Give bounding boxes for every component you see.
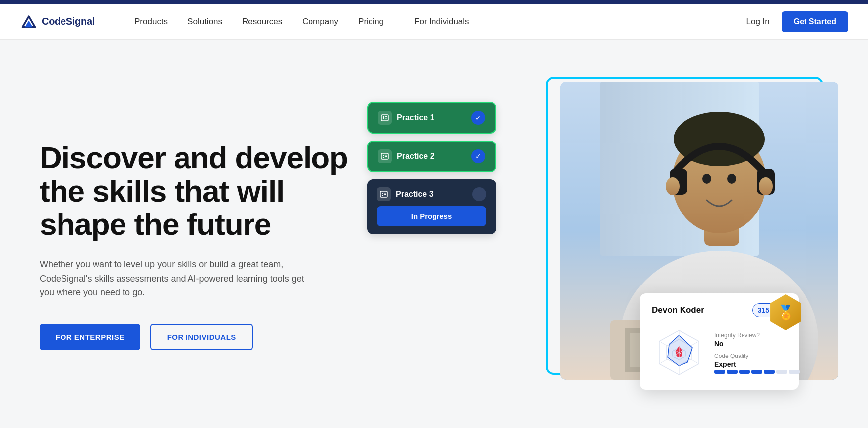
practice-3-label: Practice 3 (396, 190, 434, 199)
svg-rect-30 (382, 193, 383, 194)
svg-point-11 (727, 174, 736, 184)
code-quality-value: Expert (714, 360, 800, 368)
svg-rect-29 (380, 191, 387, 197)
practice-card-3: Practice 3 In Progress (367, 179, 496, 234)
nav-pricing[interactable]: Pricing (348, 4, 394, 40)
nav-company[interactable]: Company (292, 4, 348, 40)
svg-rect-26 (383, 157, 384, 158)
integrity-label: Integrity Review? (714, 332, 800, 339)
score-card-header: Devon Koder 315 (652, 303, 787, 317)
hero-section: Discover and develop the skills that wil… (0, 40, 868, 428)
practice-cards: Practice 1 ✓ Practi (367, 102, 496, 234)
code-quality-detail: Code Quality Expert (714, 353, 800, 374)
navbar: CodeSignal Products Solutions Resources … (0, 4, 868, 40)
svg-rect-32 (384, 193, 386, 194)
svg-point-13 (759, 177, 773, 195)
code-quality-label: Code Quality (714, 353, 800, 359)
practice-1-icon (378, 111, 392, 125)
practice-card-1: Practice 1 ✓ (367, 102, 496, 134)
bar-2 (727, 370, 738, 374)
nav-resources[interactable]: Resources (232, 4, 292, 40)
practice-1-label: Practice 1 (397, 113, 434, 122)
hero-subtitle: Whether you want to level up your skills… (40, 257, 317, 300)
nav-links: Products Solutions Resources Company Pri… (124, 4, 736, 40)
for-enterprise-button[interactable]: FOR ENTERPRISE (40, 324, 140, 350)
svg-point-10 (702, 174, 711, 184)
svg-rect-24 (381, 153, 388, 159)
nav-products[interactable]: Products (124, 4, 178, 40)
integrity-value: No (714, 340, 800, 348)
svg-rect-27 (385, 155, 387, 156)
score-bars (714, 370, 800, 374)
login-link[interactable]: Log In (736, 17, 779, 27)
bar-5 (764, 370, 775, 374)
logo-link[interactable]: CodeSignal (20, 13, 95, 31)
svg-rect-31 (382, 195, 383, 196)
practice-2-label: Practice 2 (397, 152, 434, 161)
nav-right: Log In Get Started (736, 11, 848, 32)
get-started-button[interactable]: Get Started (782, 11, 848, 32)
hero-buttons: FOR ENTERPRISE FOR INDIVIDUALS (40, 324, 357, 350)
nav-solutions[interactable]: Solutions (178, 4, 232, 40)
score-name: Devon Koder (652, 305, 704, 315)
svg-rect-25 (383, 155, 384, 156)
hero-left: Discover and develop the skills that wil… (40, 122, 357, 350)
nav-divider (399, 15, 399, 29)
score-card-body: Integrity Review? No Code Quality Expert (652, 325, 787, 380)
practice-3-icon (377, 187, 391, 201)
bar-3 (739, 370, 750, 374)
bar-6 (776, 370, 787, 374)
logo-text: CodeSignal (42, 16, 95, 27)
svg-rect-22 (385, 116, 387, 117)
score-details: Integrity Review? No Code Quality Expert (714, 325, 800, 380)
bar-7 (789, 370, 800, 374)
integrity-detail: Integrity Review? No (714, 332, 800, 348)
svg-rect-21 (383, 118, 384, 119)
svg-point-12 (666, 177, 680, 195)
radar-chart (652, 325, 706, 380)
coin-hexagon: 🏅 (768, 294, 804, 330)
hero-title: Discover and develop the skills that wil… (40, 142, 357, 241)
svg-rect-28 (385, 156, 387, 157)
practice-2-icon (378, 149, 392, 163)
svg-rect-19 (381, 115, 388, 121)
nav-for-individuals[interactable]: For Individuals (404, 4, 479, 40)
practice-3-dot (472, 187, 486, 201)
svg-rect-20 (383, 116, 384, 118)
logo-icon (20, 13, 38, 31)
svg-rect-23 (385, 118, 387, 119)
practice-2-check: ✓ (471, 149, 485, 163)
bar-1 (714, 370, 725, 374)
practice-1-check: ✓ (471, 111, 485, 125)
for-individuals-button[interactable]: FOR INDIVIDUALS (150, 324, 253, 350)
hero-right: Practice 1 ✓ Practi (357, 62, 828, 410)
in-progress-button[interactable]: In Progress (377, 206, 486, 226)
coin-badge: 🏅 (768, 294, 804, 330)
practice-card-2: Practice 2 ✓ (367, 141, 496, 172)
svg-rect-33 (384, 194, 386, 195)
bar-4 (751, 370, 762, 374)
